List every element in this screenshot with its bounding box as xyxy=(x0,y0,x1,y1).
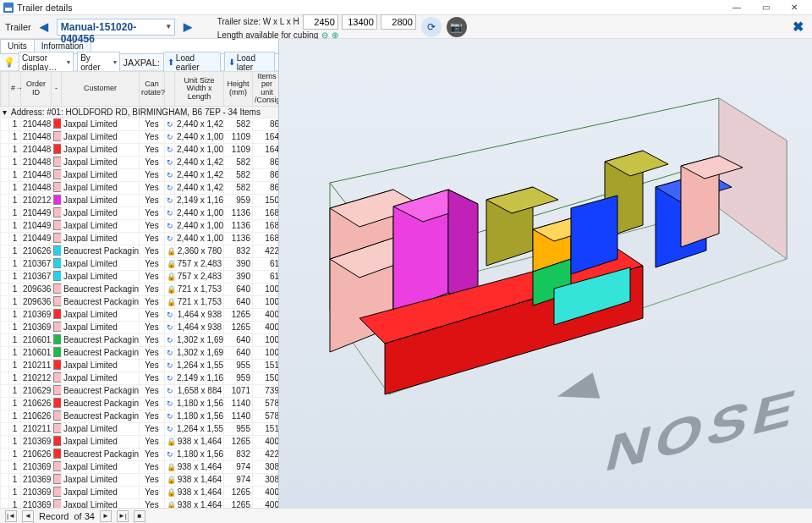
cell-items: 578 xyxy=(253,397,279,410)
table-row[interactable]: 1210367Jaxpal LimitedYes🔒757 x 2,4833906… xyxy=(1,257,279,270)
camera-button[interactable]: 📷 xyxy=(447,17,467,37)
cell-items: 400 xyxy=(253,308,279,321)
table-row[interactable]: 1210448Jaxpal LimitedYes↻2,440 x 1,42258… xyxy=(1,181,279,194)
cell-type-icon: ↻ xyxy=(165,219,175,232)
maximize-button[interactable]: ▭ xyxy=(751,0,780,15)
close-button[interactable]: ✕ xyxy=(780,0,809,15)
table-row[interactable]: 1210369Jaxpal LimitedYes🔒938 x 1,4641265… xyxy=(1,498,279,508)
cell-num: 1 xyxy=(9,372,21,384)
trailer-width-input[interactable] xyxy=(303,14,338,30)
address-group-header[interactable]: Address: #01: HOLDFORD RD, BIRMINGHAM, B… xyxy=(9,106,279,118)
col-height[interactable]: Height (mm) xyxy=(224,72,253,107)
expand-toggle[interactable]: ▾ xyxy=(1,106,9,118)
trailer-height-input[interactable] xyxy=(381,14,416,30)
table-row[interactable]: 1210212Jaxpal LimitedYes↻2,149 x 1,16795… xyxy=(1,194,279,206)
cell-height: 1109 xyxy=(224,143,253,156)
table-row[interactable]: 1210626Beaucrest Packaging SoluYes🔒2,360… xyxy=(1,245,279,257)
panel-close-button[interactable]: ✖ xyxy=(788,18,807,36)
trailer-select[interactable]: Manual-151020-040456 xyxy=(57,19,175,36)
cell-customer: Jaxpal Limited xyxy=(62,257,140,270)
table-row[interactable]: 1210448Jaxpal LimitedYes↻2,440 x 1,00011… xyxy=(1,130,279,143)
table-row[interactable]: 1210369Jaxpal LimitedYes🔒938 x 1,4649743… xyxy=(1,473,279,486)
next-trailer-button[interactable]: ▶ xyxy=(180,19,195,35)
table-row[interactable]: 1210211Jaxpal LimitedYes↻1,264 x 1,55795… xyxy=(1,422,279,435)
cell-rotate: Yes xyxy=(140,270,165,283)
cell-num: 1 xyxy=(9,130,21,143)
record-next-button[interactable]: ► xyxy=(100,510,112,522)
cell-rotate: Yes xyxy=(140,257,165,270)
cell-items: 168 xyxy=(253,232,279,245)
table-row[interactable]: 1210369Jaxpal LimitedYes↻1,464 x 9381265… xyxy=(1,308,279,321)
load-later-button[interactable]: ⬇Load later xyxy=(224,52,275,74)
table-row[interactable]: 1210448Jaxpal LimitedYes↻2,440 x 1,42258… xyxy=(1,118,279,130)
table-row[interactable]: 1210449Jaxpal LimitedYes↻2,440 x 1,00011… xyxy=(1,206,279,219)
cell-rotate: Yes xyxy=(140,321,165,333)
cell-order: 210211 xyxy=(21,422,52,435)
col-icon[interactable] xyxy=(165,72,175,107)
table-row[interactable]: 1210449Jaxpal LimitedYes↻2,440 x 1,00011… xyxy=(1,219,279,232)
cell-type-icon: 🔒 xyxy=(165,498,175,508)
col-rotate[interactable]: Can rotate? xyxy=(140,72,165,107)
cell-order: 210449 xyxy=(21,206,52,219)
cell-height: 1265 xyxy=(224,308,253,321)
cell-order: 210448 xyxy=(21,156,52,168)
cell-size: 938 x 1,464 xyxy=(175,435,224,448)
table-row[interactable]: 1210369Jaxpal LimitedYes↻1,464 x 9381265… xyxy=(1,321,279,333)
record-first-button[interactable]: |◄ xyxy=(5,510,17,522)
refresh-button[interactable]: ⟳ xyxy=(421,17,442,37)
cell-order: 210601 xyxy=(21,333,52,346)
cell-height: 1265 xyxy=(224,486,253,498)
cell-rotate: Yes xyxy=(140,245,165,257)
table-row[interactable]: 1210626Beaucrest Packaging SoluYes↻1,180… xyxy=(1,397,279,410)
table-row[interactable]: 1210449Jaxpal LimitedYes↻2,440 x 1,00011… xyxy=(1,232,279,245)
cell-rotate: Yes xyxy=(140,232,165,245)
cell-items: 151 xyxy=(253,422,279,435)
cell-height: 1140 xyxy=(224,410,253,422)
table-row[interactable]: 1210212Jaxpal LimitedYes↻2,149 x 1,16795… xyxy=(1,372,279,384)
sort-select[interactable]: By order xyxy=(77,52,119,74)
col-color[interactable]: - xyxy=(52,72,62,107)
cell-type-icon: ↻ xyxy=(165,422,175,435)
table-row[interactable]: 1210626Beaucrest Packaging SoluYes↻1,180… xyxy=(1,410,279,422)
cell-customer: Jaxpal Limited xyxy=(62,435,140,448)
cell-color xyxy=(52,206,62,219)
table-row[interactable]: 1210448Jaxpal LimitedYes↻2,440 x 1,42258… xyxy=(1,168,279,181)
table-row[interactable]: 1210448Jaxpal LimitedYes↻2,440 x 1,42258… xyxy=(1,156,279,168)
table-row[interactable]: 1210369Jaxpal LimitedYes🔒938 x 1,4641265… xyxy=(1,435,279,448)
record-prev-button[interactable]: ◄ xyxy=(22,510,34,522)
cell-num: 1 xyxy=(9,460,21,473)
table-row[interactable]: 1210211Jaxpal LimitedYes↻1,264 x 1,55795… xyxy=(1,359,279,372)
col-items[interactable]: Items per unit /Consig xyxy=(253,72,279,107)
table-row[interactable]: 1210369Jaxpal LimitedYes🔒938 x 1,4649743… xyxy=(1,460,279,473)
cell-customer: Beaucrest Packaging Solu xyxy=(62,410,140,422)
cell-order: 209636 xyxy=(21,295,52,308)
record-stop-button[interactable]: ■ xyxy=(134,510,145,522)
table-row[interactable]: 1210369Jaxpal LimitedYes🔒938 x 1,4641265… xyxy=(1,486,279,498)
table-row[interactable]: 1210367Jaxpal LimitedYes🔒757 x 2,4833906… xyxy=(1,270,279,283)
cell-num: 1 xyxy=(9,473,21,486)
col-num[interactable]: #→ xyxy=(9,72,21,107)
table-row[interactable]: 1210601Beaucrest Packaging SoluYes↻1,302… xyxy=(1,346,279,359)
cell-size: 938 x 1,464 xyxy=(175,473,224,486)
length-plus-button[interactable]: ⊕ xyxy=(332,30,338,40)
col-customer[interactable]: Customer xyxy=(62,72,140,107)
table-row[interactable]: 1210601Beaucrest Packaging SoluYes↻1,302… xyxy=(1,333,279,346)
cursor-display-select[interactable]: Cursor display… xyxy=(19,52,74,74)
cell-size: 1,180 x 1,560 xyxy=(175,410,224,422)
record-last-button[interactable]: ►| xyxy=(117,510,129,522)
table-row[interactable]: 1210626Beaucrest Packaging SoluYes↻1,180… xyxy=(1,448,279,460)
3d-view[interactable]: NOSE xyxy=(279,39,812,508)
length-minus-button[interactable]: ⊖ xyxy=(321,30,328,40)
minimize-button[interactable]: — xyxy=(722,0,751,15)
table-row[interactable]: 1210448Jaxpal LimitedYes↻2,440 x 1,00011… xyxy=(1,143,279,156)
col-order[interactable]: Order ID xyxy=(21,72,52,107)
table-row[interactable]: 1209636Beaucrest Packaging SoluYes🔒721 x… xyxy=(1,295,279,308)
trailer-length-input[interactable] xyxy=(342,14,377,30)
cell-size: 2,440 x 1,000 xyxy=(175,219,224,232)
load-earlier-button[interactable]: ⬆Load earlier xyxy=(163,52,221,74)
col-expand[interactable] xyxy=(1,72,9,107)
table-row[interactable]: 1210629Beaucrest Packaging SoluYes↻1,658… xyxy=(1,384,279,397)
prev-trailer-button[interactable]: ◀ xyxy=(36,19,52,35)
col-size[interactable]: Unit Size Width x Length xyxy=(175,72,224,107)
table-row[interactable]: 1209636Beaucrest Packaging SoluYes🔒721 x… xyxy=(1,283,279,295)
